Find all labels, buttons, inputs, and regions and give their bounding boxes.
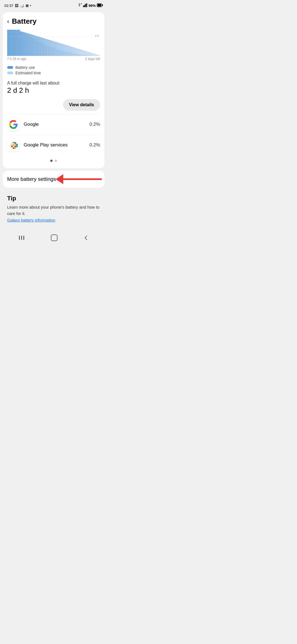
svg-rect-48 bbox=[70, 53, 70, 56]
legend-battery-use: Battery use bbox=[7, 65, 100, 70]
arrow-head bbox=[56, 174, 63, 184]
google-icon-wrapper bbox=[7, 118, 20, 131]
svg-rect-37 bbox=[53, 48, 53, 56]
status-bar: 02:37 🖼 📊 ▦ • 96% bbox=[0, 0, 107, 10]
svg-rect-50 bbox=[73, 53, 73, 56]
svg-rect-46 bbox=[67, 52, 67, 56]
svg-rect-36 bbox=[51, 47, 52, 56]
svg-rect-57 bbox=[84, 55, 84, 56]
svg-rect-9 bbox=[9, 30, 10, 56]
more-battery-settings-row[interactable]: More battery settings bbox=[3, 171, 105, 188]
svg-rect-19 bbox=[25, 34, 26, 56]
app-percent-google: 0.2% bbox=[89, 122, 100, 127]
svg-rect-39 bbox=[56, 49, 57, 56]
nav-menu-button[interactable] bbox=[18, 234, 26, 241]
svg-rect-58 bbox=[85, 55, 86, 56]
tip-section: Tip Learn more about your phone's batter… bbox=[3, 190, 105, 228]
svg-rect-12 bbox=[14, 30, 15, 56]
legend-battery-use-label: Battery use bbox=[15, 65, 35, 70]
svg-rect-40 bbox=[57, 50, 58, 56]
svg-rect-45 bbox=[65, 52, 66, 56]
google-g-icon bbox=[9, 119, 18, 129]
svg-point-81 bbox=[13, 143, 14, 144]
svg-rect-80 bbox=[16, 146, 18, 147]
chart-timeline: 7 h 35 m ago 2 days left bbox=[7, 57, 100, 61]
svg-rect-24 bbox=[32, 38, 33, 56]
svg-marker-8 bbox=[7, 30, 100, 56]
svg-rect-35 bbox=[50, 47, 50, 56]
svg-rect-43 bbox=[62, 51, 63, 56]
svg-rect-7 bbox=[102, 4, 103, 6]
dot-icon: • bbox=[30, 4, 31, 8]
svg-rect-61 bbox=[90, 55, 90, 56]
svg-rect-1 bbox=[83, 6, 84, 7]
signal-icon bbox=[83, 3, 87, 8]
back-button[interactable]: ‹ bbox=[7, 18, 9, 25]
app-percent-play-services: 0.2% bbox=[89, 142, 100, 148]
page-dot-1 bbox=[50, 160, 53, 162]
svg-rect-64 bbox=[94, 56, 95, 56]
svg-rect-65 bbox=[96, 56, 97, 56]
svg-rect-2 bbox=[84, 5, 85, 7]
svg-rect-42 bbox=[60, 50, 61, 56]
svg-rect-59 bbox=[87, 55, 87, 56]
svg-rect-25 bbox=[34, 39, 35, 56]
nav-back-button[interactable] bbox=[83, 234, 89, 241]
battery-usage-chart: 0 % bbox=[7, 28, 100, 56]
svg-rect-86 bbox=[21, 236, 22, 240]
chart-start-label: 7 h 35 m ago bbox=[7, 57, 26, 61]
svg-rect-23 bbox=[31, 37, 32, 56]
view-details-button[interactable]: View details bbox=[63, 99, 100, 111]
battery-percent: 96% bbox=[89, 4, 96, 8]
legend-estimated-time: Estimated time bbox=[7, 71, 100, 75]
app-item-play-services[interactable]: Google Play services 0.2% bbox=[7, 135, 100, 155]
svg-rect-78 bbox=[16, 144, 18, 145]
svg-rect-29 bbox=[40, 42, 41, 56]
tip-title: Tip bbox=[7, 195, 100, 202]
status-time-area: 02:37 🖼 📊 ▦ • bbox=[4, 4, 31, 8]
page-dot-2 bbox=[55, 160, 57, 162]
svg-rect-85 bbox=[19, 236, 20, 240]
chart-icon: 📊 bbox=[20, 4, 24, 8]
more-battery-settings-card[interactable]: More battery settings bbox=[3, 171, 105, 188]
svg-text:0 %: 0 % bbox=[95, 34, 99, 37]
svg-rect-14 bbox=[17, 31, 18, 56]
navigation-bar bbox=[0, 230, 107, 247]
svg-rect-47 bbox=[68, 52, 69, 56]
svg-rect-54 bbox=[79, 54, 80, 56]
photo-icon: 🖼 bbox=[15, 4, 18, 8]
wifi-icon bbox=[77, 3, 82, 8]
svg-point-83 bbox=[11, 144, 13, 146]
app-item-google[interactable]: Google 0.2% bbox=[7, 114, 100, 135]
chart-area: 0 % 7 h 35 m ago 2 days left bbox=[3, 28, 105, 63]
page-title: Battery bbox=[12, 17, 37, 26]
svg-rect-18 bbox=[23, 33, 24, 56]
svg-rect-21 bbox=[28, 36, 29, 56]
svg-rect-10 bbox=[11, 30, 12, 56]
svg-rect-15 bbox=[18, 31, 19, 56]
svg-rect-22 bbox=[29, 37, 30, 56]
charge-info: A full charge will last about: 2 d 2 h bbox=[3, 77, 105, 96]
chart-end-label: 2 days left bbox=[85, 57, 100, 61]
svg-rect-63 bbox=[93, 55, 94, 56]
play-services-icon-wrapper bbox=[7, 139, 20, 151]
battery-icon bbox=[97, 3, 103, 8]
more-battery-settings-label: More battery settings bbox=[7, 176, 56, 182]
svg-rect-49 bbox=[71, 53, 72, 56]
galaxy-battery-link[interactable]: Galaxy battery information bbox=[7, 218, 55, 222]
legend-battery-use-color bbox=[7, 66, 13, 69]
red-arrow bbox=[56, 174, 102, 184]
svg-rect-4 bbox=[86, 3, 87, 7]
svg-point-84 bbox=[14, 144, 16, 146]
svg-rect-60 bbox=[88, 55, 89, 56]
page-header: ‹ Battery bbox=[3, 12, 105, 28]
legend-estimated-time-color bbox=[7, 72, 13, 74]
nav-home-button[interactable] bbox=[51, 234, 58, 241]
svg-rect-16 bbox=[20, 32, 21, 56]
legend-estimated-time-label: Estimated time bbox=[15, 71, 41, 75]
svg-rect-20 bbox=[26, 35, 27, 56]
grid-icon: ▦ bbox=[26, 4, 29, 7]
tip-text: Learn more about your phone's battery an… bbox=[7, 204, 100, 217]
svg-rect-31 bbox=[43, 44, 44, 56]
svg-rect-44 bbox=[64, 51, 64, 56]
